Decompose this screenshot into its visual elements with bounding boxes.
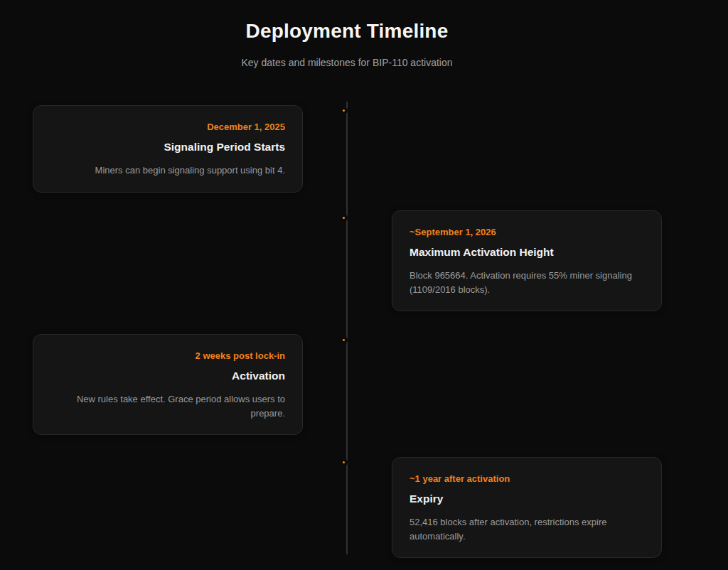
timeline-card-max-activation-height: ~September 1, 2026 Maximum Activation He…	[392, 210, 662, 311]
timeline-dot	[340, 107, 348, 114]
event-title: Activation	[50, 370, 285, 382]
page-subtitle: Key dates and milestones for BIP-110 act…	[33, 57, 661, 68]
timeline-spine	[346, 102, 348, 554]
event-description: Block 965664. Activation requires 55% mi…	[410, 269, 644, 296]
timeline-card-activation: 2 weeks post lock-in Activation New rule…	[33, 334, 303, 435]
event-date: December 1, 2025	[50, 122, 285, 132]
event-description: 52,416 blocks after activation, restrict…	[410, 515, 644, 543]
timeline-dot	[340, 458, 348, 466]
page-title: Deployment Timeline	[33, 20, 661, 43]
event-title: Maximum Activation Height	[410, 246, 644, 259]
event-date: ~1 year after activation	[410, 473, 644, 484]
timeline-card-signaling-period: December 1, 2025 Signaling Period Starts…	[33, 105, 303, 193]
timeline-dot	[340, 214, 348, 222]
event-date: ~September 1, 2026	[410, 227, 644, 237]
deployment-timeline-page: Deployment Timeline Key dates and milest…	[0, 0, 728, 570]
event-title: Signaling Period Starts	[50, 141, 285, 154]
event-description: Miners can begin signaling support using…	[50, 163, 285, 178]
timeline-card-expiry: ~1 year after activation Expiry 52,416 b…	[392, 457, 662, 558]
event-date: 2 weeks post lock-in	[50, 350, 285, 361]
event-title: Expiry	[410, 493, 644, 505]
event-description: New rules take effect. Grace period allo…	[50, 392, 285, 420]
timeline-dot	[340, 336, 348, 344]
